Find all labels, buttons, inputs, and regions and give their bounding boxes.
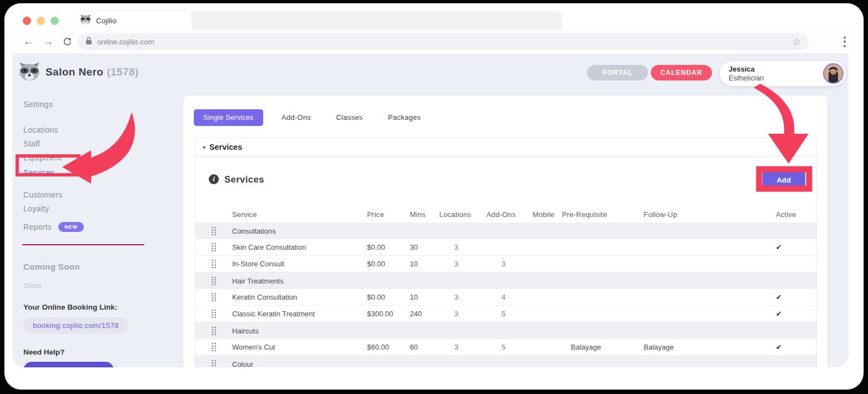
locations-count-link[interactable]: 3	[439, 260, 486, 268]
drag-handle-icon[interactable]	[205, 342, 232, 352]
active-checkmark: ✔	[767, 343, 806, 351]
sidebar-item-customers[interactable]: Customers	[23, 190, 179, 199]
addons-count-link[interactable]: 4	[486, 293, 533, 301]
help-center-button[interactable]: Visit the Help Center	[23, 362, 114, 367]
table-row[interactable]: Classic Keratin Treatment $300.00 240 3 …	[195, 306, 816, 322]
sidebar-item-settings[interactable]: Settings	[23, 100, 179, 109]
tab-add-ons[interactable]: Add-Ons	[275, 109, 318, 126]
services-collapse-bar[interactable]: ▾ Services	[195, 138, 816, 156]
sidebar-item-locations[interactable]: Locations	[23, 125, 179, 134]
close-window-button[interactable]	[23, 17, 31, 25]
services-panel: ▾ Services i Services Add Service Price …	[195, 138, 817, 367]
drag-handle-icon[interactable]	[205, 360, 232, 368]
salon-name: Salon Nero	[46, 66, 103, 78]
service-price: $300.00	[367, 310, 410, 318]
col-price: Price	[367, 210, 410, 219]
locations-count-link[interactable]: 3	[439, 310, 486, 318]
sidebar-item-equipment[interactable]: Equipment	[23, 153, 179, 162]
sidebar-item-staff[interactable]: Staff	[23, 139, 179, 148]
service-name: Consultations	[232, 227, 367, 235]
addons-count-link[interactable]: 5	[486, 310, 533, 318]
addons-count-link[interactable]: 5	[486, 343, 533, 351]
lock-icon	[86, 37, 92, 47]
browser-window: Cojilio ← → online.cojilio.com ☆	[4, 3, 864, 390]
booking-link[interactable]: booking.cojilio.com/1578	[23, 317, 128, 334]
url-text: online.cojilio.com	[97, 38, 787, 46]
sidebar-item-reports[interactable]: Reports NEW	[23, 222, 179, 232]
service-mins: 30	[410, 243, 439, 251]
browser-tab[interactable]: Cojilio	[72, 11, 192, 30]
browser-navbar: ← → online.cojilio.com ☆	[4, 30, 864, 53]
col-follow-up: Follow-Up	[644, 210, 727, 219]
active-checkmark: ✔	[767, 310, 806, 318]
table-row[interactable]: Colour	[195, 356, 816, 367]
avatar	[823, 63, 844, 84]
table-row[interactable]: Skin Care Consultation $0.00 30 3 ✔	[195, 239, 816, 256]
booking-link-label: Your Online Booking Link:	[23, 303, 179, 311]
tab-title: Cojilio	[96, 17, 117, 25]
service-name: Hair Treatments	[232, 277, 367, 285]
info-icon[interactable]: i	[209, 174, 219, 184]
service-price: $60.00	[367, 343, 410, 351]
tab-packages[interactable]: Packages	[381, 109, 428, 126]
service-price: $0.00	[367, 243, 410, 251]
col-locations: Locations	[439, 210, 486, 219]
salon-number: (1578)	[107, 66, 138, 78]
drag-handle-icon[interactable]	[205, 243, 232, 252]
prerequisite-value: Balayage	[562, 343, 644, 351]
service-name: Skin Care Consultation	[232, 243, 367, 251]
user-role: Esthetician	[729, 74, 823, 82]
table-row[interactable]: Haircuts	[195, 322, 816, 339]
services-panel-header: i Services Add	[195, 156, 816, 206]
minimize-window-button[interactable]	[37, 17, 45, 25]
main-content-card: Single Services Add-Ons Classes Packages…	[183, 95, 827, 367]
active-checkmark: ✔	[767, 293, 806, 301]
addons-count-link[interactable]: 3	[486, 260, 533, 268]
services-table-body: Consultations Skin Care Consultation $0.…	[195, 223, 816, 367]
col-mins: Mins	[410, 210, 439, 219]
app-area: Salon Nero(1578) PORTAL CALENDAR Jessica…	[12, 53, 849, 367]
back-button[interactable]: ←	[20, 30, 37, 53]
tab-single-services[interactable]: Single Services	[194, 109, 263, 126]
active-checkmark: ✔	[767, 243, 806, 251]
reload-button[interactable]	[59, 30, 76, 53]
drag-handle-icon[interactable]	[205, 326, 232, 336]
new-badge: NEW	[58, 222, 83, 232]
address-bar[interactable]: online.cojilio.com ☆	[78, 33, 809, 50]
forward-button[interactable]: →	[40, 30, 57, 53]
coming-soon-heading: Coming Soon	[23, 262, 179, 271]
zoom-window-button[interactable]	[51, 17, 59, 25]
drag-handle-icon[interactable]	[205, 226, 232, 236]
drag-handle-icon[interactable]	[205, 276, 232, 286]
calendar-button[interactable]: CALENDAR	[651, 65, 712, 80]
service-price: $0.00	[367, 260, 410, 268]
col-active: Active	[767, 210, 806, 219]
service-name: Classic Keratin Treatment	[232, 310, 367, 318]
raccoon-favicon-icon	[80, 14, 91, 27]
tab-classes[interactable]: Classes	[329, 109, 369, 126]
user-profile-card[interactable]: Jessica Esthetician	[720, 61, 846, 86]
locations-count-link[interactable]: 3	[439, 343, 486, 351]
portal-button[interactable]: PORTAL	[587, 65, 648, 80]
table-row[interactable]: In-Store Consult $0.00 10 3 3	[195, 256, 816, 272]
browser-menu-icon[interactable]	[840, 34, 849, 49]
drag-handle-icon[interactable]	[205, 259, 232, 269]
locations-count-link[interactable]: 3	[439, 243, 486, 251]
locations-count-link[interactable]: 3	[439, 293, 486, 301]
drag-handle-icon[interactable]	[205, 309, 232, 319]
salon-logo-raccoon-icon	[19, 62, 40, 81]
add-service-button[interactable]: Add	[762, 172, 805, 188]
sidebar-item-loyalty[interactable]: Loyalty	[23, 204, 179, 213]
table-row[interactable]: Consultations	[195, 223, 816, 239]
table-row[interactable]: Hair Treatments	[195, 272, 816, 289]
page-title: Salon Nero(1578)	[46, 66, 139, 78]
drag-handle-icon[interactable]	[205, 292, 232, 302]
table-row[interactable]: Keratin Consultation $0.00 10 3 4 ✔	[195, 289, 816, 306]
col-pre-requisite: Pre-Requisite	[562, 210, 644, 219]
table-row[interactable]: Women's Cut $60.00 60 3 5 Balayage Balay…	[195, 339, 816, 356]
reports-label: Reports	[23, 223, 52, 231]
sidebar-item-services[interactable]: Services	[23, 167, 179, 178]
services-heading: Services	[224, 174, 264, 185]
services-tabs: Single Services Add-Ons Classes Packages	[194, 109, 428, 126]
bookmark-star-icon[interactable]: ☆	[792, 36, 801, 48]
